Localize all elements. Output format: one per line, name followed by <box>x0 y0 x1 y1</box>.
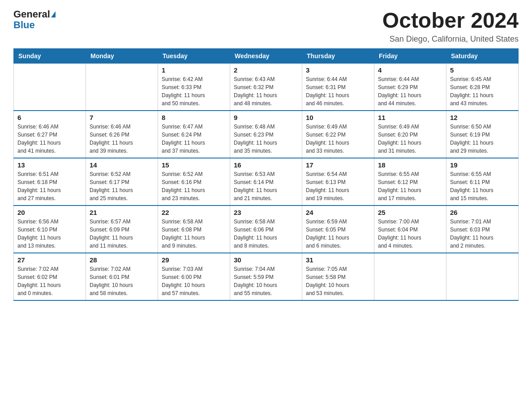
calendar-cell: 28Sunrise: 7:02 AMSunset: 6:01 PMDayligh… <box>86 253 158 300</box>
calendar-cell: 10Sunrise: 6:49 AMSunset: 6:22 PMDayligh… <box>302 111 374 158</box>
calendar-cell: 24Sunrise: 6:59 AMSunset: 6:05 PMDayligh… <box>302 206 374 253</box>
calendar-cell: 19Sunrise: 6:55 AMSunset: 6:11 PMDayligh… <box>446 158 519 206</box>
title-block: October 2024 San Diego, California, Unit… <box>382 9 519 44</box>
calendar-cell: 5Sunrise: 6:45 AMSunset: 6:28 PMDaylight… <box>446 63 519 111</box>
calendar-cell: 29Sunrise: 7:03 AMSunset: 6:00 PMDayligh… <box>158 253 230 300</box>
day-number: 4 <box>378 66 442 74</box>
day-info: Sunrise: 6:55 AMSunset: 6:12 PMDaylight:… <box>378 170 442 202</box>
day-number: 2 <box>234 66 298 74</box>
calendar-table: SundayMondayTuesdayWednesdayThursdayFrid… <box>13 48 519 301</box>
calendar-cell: 20Sunrise: 6:56 AMSunset: 6:10 PMDayligh… <box>14 206 86 253</box>
calendar-cell: 1Sunrise: 6:42 AMSunset: 6:33 PMDaylight… <box>158 63 230 111</box>
day-number: 14 <box>90 161 154 169</box>
day-info: Sunrise: 7:01 AMSunset: 6:03 PMDaylight:… <box>450 218 515 250</box>
day-number: 28 <box>90 256 154 264</box>
day-info: Sunrise: 6:44 AMSunset: 6:29 PMDaylight:… <box>378 75 442 107</box>
calendar-cell: 31Sunrise: 7:05 AMSunset: 5:58 PMDayligh… <box>302 253 374 300</box>
day-info: Sunrise: 6:46 AMSunset: 6:26 PMDaylight:… <box>90 123 154 155</box>
calendar-cell: 13Sunrise: 6:51 AMSunset: 6:18 PMDayligh… <box>14 158 86 206</box>
day-info: Sunrise: 6:59 AMSunset: 6:05 PMDaylight:… <box>306 218 370 250</box>
logo-general-text: General <box>13 9 50 20</box>
day-number: 15 <box>162 161 226 169</box>
day-info: Sunrise: 6:57 AMSunset: 6:09 PMDaylight:… <box>90 218 154 250</box>
day-number: 12 <box>450 114 515 121</box>
calendar-cell <box>374 253 446 300</box>
calendar-cell: 30Sunrise: 7:04 AMSunset: 5:59 PMDayligh… <box>230 253 302 300</box>
calendar-cell: 6Sunrise: 6:46 AMSunset: 6:27 PMDaylight… <box>14 111 86 158</box>
day-info: Sunrise: 6:46 AMSunset: 6:27 PMDaylight:… <box>17 123 82 155</box>
calendar-cell: 23Sunrise: 6:58 AMSunset: 6:06 PMDayligh… <box>230 206 302 253</box>
calendar-cell: 21Sunrise: 6:57 AMSunset: 6:09 PMDayligh… <box>86 206 158 253</box>
calendar-week-row: 1Sunrise: 6:42 AMSunset: 6:33 PMDaylight… <box>14 63 519 111</box>
day-number: 9 <box>234 114 298 121</box>
logo-triangle-icon <box>51 11 56 17</box>
day-number: 21 <box>90 209 154 216</box>
day-number: 18 <box>378 161 442 169</box>
calendar-week-row: 27Sunrise: 7:02 AMSunset: 6:02 PMDayligh… <box>14 253 519 300</box>
day-info: Sunrise: 7:00 AMSunset: 6:04 PMDaylight:… <box>378 218 442 250</box>
day-info: Sunrise: 6:42 AMSunset: 6:33 PMDaylight:… <box>162 75 226 107</box>
day-info: Sunrise: 7:02 AMSunset: 6:01 PMDaylight:… <box>90 265 154 297</box>
day-info: Sunrise: 7:05 AMSunset: 5:58 PMDaylight:… <box>306 265 370 297</box>
calendar-cell: 9Sunrise: 6:48 AMSunset: 6:23 PMDaylight… <box>230 111 302 158</box>
calendar-cell: 22Sunrise: 6:58 AMSunset: 6:08 PMDayligh… <box>158 206 230 253</box>
day-info: Sunrise: 6:48 AMSunset: 6:23 PMDaylight:… <box>234 123 298 155</box>
day-info: Sunrise: 7:04 AMSunset: 5:59 PMDaylight:… <box>234 265 298 297</box>
day-info: Sunrise: 6:58 AMSunset: 6:08 PMDaylight:… <box>162 218 226 250</box>
weekday-header-thursday: Thursday <box>302 48 374 63</box>
day-number: 27 <box>17 256 82 264</box>
day-number: 5 <box>450 66 515 74</box>
day-number: 13 <box>17 161 82 169</box>
calendar-cell: 7Sunrise: 6:46 AMSunset: 6:26 PMDaylight… <box>86 111 158 158</box>
logo: General Blue <box>13 9 56 30</box>
calendar-cell: 14Sunrise: 6:52 AMSunset: 6:17 PMDayligh… <box>86 158 158 206</box>
day-info: Sunrise: 6:50 AMSunset: 6:19 PMDaylight:… <box>450 123 515 155</box>
day-number: 29 <box>162 256 226 264</box>
day-number: 24 <box>306 209 370 216</box>
calendar-week-row: 20Sunrise: 6:56 AMSunset: 6:10 PMDayligh… <box>14 206 519 253</box>
calendar-cell: 4Sunrise: 6:44 AMSunset: 6:29 PMDaylight… <box>374 63 446 111</box>
page-title: October 2024 <box>382 9 519 33</box>
day-info: Sunrise: 6:47 AMSunset: 6:24 PMDaylight:… <box>162 123 226 155</box>
day-info: Sunrise: 7:02 AMSunset: 6:02 PMDaylight:… <box>17 265 82 297</box>
calendar-cell: 17Sunrise: 6:54 AMSunset: 6:13 PMDayligh… <box>302 158 374 206</box>
calendar-cell: 8Sunrise: 6:47 AMSunset: 6:24 PMDaylight… <box>158 111 230 158</box>
day-info: Sunrise: 6:49 AMSunset: 6:20 PMDaylight:… <box>378 123 442 155</box>
weekday-header-tuesday: Tuesday <box>158 48 230 63</box>
calendar-cell <box>14 63 86 111</box>
day-number: 1 <box>162 66 226 74</box>
page-header: General Blue October 2024 San Diego, Cal… <box>13 9 519 44</box>
day-number: 17 <box>306 161 370 169</box>
calendar-week-row: 13Sunrise: 6:51 AMSunset: 6:18 PMDayligh… <box>14 158 519 206</box>
calendar-week-row: 6Sunrise: 6:46 AMSunset: 6:27 PMDaylight… <box>14 111 519 158</box>
calendar-cell <box>86 63 158 111</box>
day-number: 25 <box>378 209 442 216</box>
day-info: Sunrise: 6:52 AMSunset: 6:16 PMDaylight:… <box>162 170 226 202</box>
calendar-cell <box>446 253 519 300</box>
day-info: Sunrise: 6:52 AMSunset: 6:17 PMDaylight:… <box>90 170 154 202</box>
calendar-header-row: SundayMondayTuesdayWednesdayThursdayFrid… <box>14 48 519 63</box>
day-number: 10 <box>306 114 370 121</box>
calendar-cell: 25Sunrise: 7:00 AMSunset: 6:04 PMDayligh… <box>374 206 446 253</box>
logo-blue-text: Blue <box>13 20 56 30</box>
weekday-header-saturday: Saturday <box>446 48 519 63</box>
calendar-cell: 16Sunrise: 6:53 AMSunset: 6:14 PMDayligh… <box>230 158 302 206</box>
day-number: 6 <box>17 114 82 121</box>
day-number: 19 <box>450 161 515 169</box>
page-subtitle: San Diego, California, United States <box>382 34 519 44</box>
calendar-cell: 18Sunrise: 6:55 AMSunset: 6:12 PMDayligh… <box>374 158 446 206</box>
day-info: Sunrise: 7:03 AMSunset: 6:00 PMDaylight:… <box>162 265 226 297</box>
day-number: 8 <box>162 114 226 121</box>
day-info: Sunrise: 6:58 AMSunset: 6:06 PMDaylight:… <box>234 218 298 250</box>
day-info: Sunrise: 6:45 AMSunset: 6:28 PMDaylight:… <box>450 75 515 107</box>
day-number: 11 <box>378 114 442 121</box>
day-number: 20 <box>17 209 82 216</box>
day-info: Sunrise: 6:56 AMSunset: 6:10 PMDaylight:… <box>17 218 82 250</box>
day-info: Sunrise: 6:49 AMSunset: 6:22 PMDaylight:… <box>306 123 370 155</box>
weekday-header-sunday: Sunday <box>14 48 86 63</box>
day-number: 26 <box>450 209 515 216</box>
weekday-header-friday: Friday <box>374 48 446 63</box>
day-number: 30 <box>234 256 298 264</box>
day-number: 3 <box>306 66 370 74</box>
day-info: Sunrise: 6:54 AMSunset: 6:13 PMDaylight:… <box>306 170 370 202</box>
